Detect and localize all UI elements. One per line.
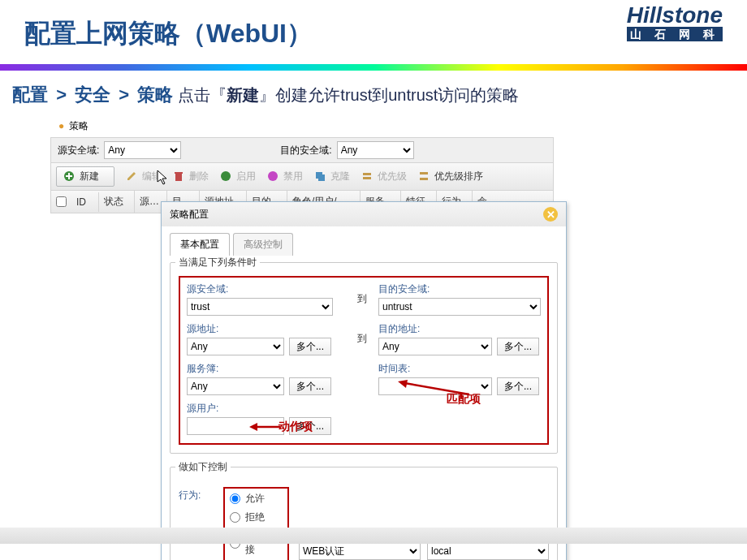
more-dst-addr-button[interactable]: 多个... <box>497 338 539 355</box>
match-red-box: 源安全域: trust 到 目的安全域: untrust 源地址: Any 多个… <box>179 276 549 445</box>
more-schedule-button[interactable]: 多个... <box>497 377 539 395</box>
input-src-zone[interactable]: trust <box>187 298 333 316</box>
ban-circle-icon <box>267 170 280 183</box>
label-dst-addr: 目的地址: <box>378 322 541 336</box>
svg-rect-10 <box>420 178 428 180</box>
divider-rainbow <box>0 64 747 71</box>
fieldset-match-legend: 当满足下列条件时 <box>175 256 260 269</box>
close-icon: ✕ <box>546 209 555 221</box>
toolbar: 新建 编辑 删除 启用 禁用 克隆 优先级 优先级排序 <box>50 163 554 191</box>
label-src-addr: 源地址: <box>187 322 346 336</box>
label-schedule: 时间表: <box>378 362 541 376</box>
input-webauth[interactable]: WEB认证 <box>299 542 421 560</box>
to-label-1: 到 <box>346 292 378 306</box>
svg-rect-8 <box>363 177 371 179</box>
dialog-title-bar[interactable]: 策略配置 ✕ <box>162 202 566 226</box>
select-all-checkbox[interactable] <box>56 196 67 207</box>
svg-rect-9 <box>420 172 428 174</box>
annotation-action: 动作项 <box>279 420 313 434</box>
trash-icon <box>173 170 186 183</box>
pencil-icon <box>126 170 139 183</box>
svg-rect-7 <box>363 173 371 175</box>
priority-icon <box>361 170 374 183</box>
priority-sort-button[interactable]: 优先级排序 <box>418 170 483 183</box>
tab-advanced[interactable]: 高级控制 <box>233 233 293 256</box>
edit-button[interactable]: 编辑 <box>126 170 162 183</box>
brand-cn: 山 石 网 科 <box>627 27 723 41</box>
radio-permit[interactable]: 允许 <box>230 492 283 506</box>
close-button[interactable]: ✕ <box>543 207 558 222</box>
brand-logo: Hillstone 山 石 网 科 <box>627 4 723 41</box>
more-service-button[interactable]: 多个... <box>289 377 331 395</box>
input-service[interactable]: Any <box>187 377 284 395</box>
action-red-box: 允许 拒绝 安全连接 <box>223 487 289 560</box>
disable-button[interactable]: 禁用 <box>267 170 303 183</box>
to-label-2: 到 <box>346 332 378 346</box>
label-src-zone: 源安全域: <box>187 282 346 296</box>
label-src-user: 源用户: <box>187 402 346 416</box>
svg-point-3 <box>221 171 231 181</box>
tab-basic[interactable]: 基本配置 <box>170 233 230 256</box>
svg-rect-6 <box>318 174 325 181</box>
breadcrumb-b: 安全 <box>75 84 110 105</box>
input-dst-zone[interactable]: untrust <box>378 298 541 316</box>
label-dst-zone: 目的安全域: <box>378 282 541 296</box>
sort-icon <box>418 170 431 183</box>
brand-name: Hillstone <box>627 4 723 27</box>
app-window: 策略 源安全域: Any 目的安全域: Any 新建 编辑 删除 启用 禁用 <box>50 115 554 213</box>
dst-zone-select[interactable]: Any <box>337 141 414 159</box>
enable-button[interactable]: 启用 <box>220 170 256 183</box>
col-status[interactable]: 状态 <box>99 191 135 213</box>
svg-rect-2 <box>175 172 183 174</box>
slide-title: 配置上网策略（WebUI） <box>24 16 723 52</box>
input-dst-addr[interactable]: Any <box>378 338 492 355</box>
slide-bottom-strip <box>0 528 747 544</box>
priority-button[interactable]: 优先级 <box>361 170 407 183</box>
new-button[interactable]: 新建 <box>56 166 114 187</box>
slide-header: 配置上网策略（WebUI） Hillstone 山 石 网 科 <box>0 0 747 60</box>
action-label: 行为: <box>179 489 214 560</box>
zone-filter-bar: 源安全域: Any 目的安全域: Any <box>50 137 554 163</box>
copy-icon <box>314 170 327 183</box>
arrow-action-icon <box>249 420 282 433</box>
more-src-addr-button[interactable]: 多个... <box>289 338 331 355</box>
col-id[interactable]: ID <box>71 192 99 212</box>
breadcrumb-line: 配置 > 安全 > 策略 点击『新建』创建允许trust到untrust访问的策… <box>0 79 747 115</box>
src-zone-select[interactable]: Any <box>104 141 181 159</box>
fieldset-action: 做如下控制 行为: 允许 拒绝 安全连接 WEB认证 local <box>170 460 558 560</box>
input-auth-server[interactable]: local <box>427 542 549 560</box>
input-src-addr[interactable]: Any <box>187 338 284 355</box>
plus-icon <box>63 170 76 183</box>
delete-button[interactable]: 删除 <box>173 170 209 183</box>
radio-deny[interactable]: 拒绝 <box>230 510 283 524</box>
fieldset-match: 当满足下列条件时 源安全域: trust 到 目的安全域: untrust 源地… <box>170 256 558 454</box>
fieldset-action-legend: 做如下控制 <box>175 460 231 474</box>
svg-marker-14 <box>249 423 257 431</box>
tab-row: 基本配置 高级控制 <box>162 226 566 256</box>
svg-marker-12 <box>398 380 408 388</box>
breadcrumb-c: 策略 <box>137 84 173 105</box>
svg-rect-1 <box>175 174 182 181</box>
dst-zone-label: 目的安全域: <box>280 144 331 157</box>
policy-config-dialog: 策略配置 ✕ 基本配置 高级控制 当满足下列条件时 源安全域: trust 到 … <box>161 201 567 560</box>
label-service: 服务簿: <box>187 362 346 376</box>
breadcrumb-a: 配置 <box>12 84 48 105</box>
clone-button[interactable]: 克隆 <box>314 170 350 183</box>
check-circle-icon <box>220 170 233 183</box>
policy-tab-label[interactable]: 策略 <box>50 115 554 137</box>
dialog-title: 策略配置 <box>170 208 209 222</box>
src-zone-label: 源安全域: <box>58 144 99 157</box>
annotation-match: 匹配项 <box>447 392 481 407</box>
svg-point-4 <box>268 171 278 181</box>
